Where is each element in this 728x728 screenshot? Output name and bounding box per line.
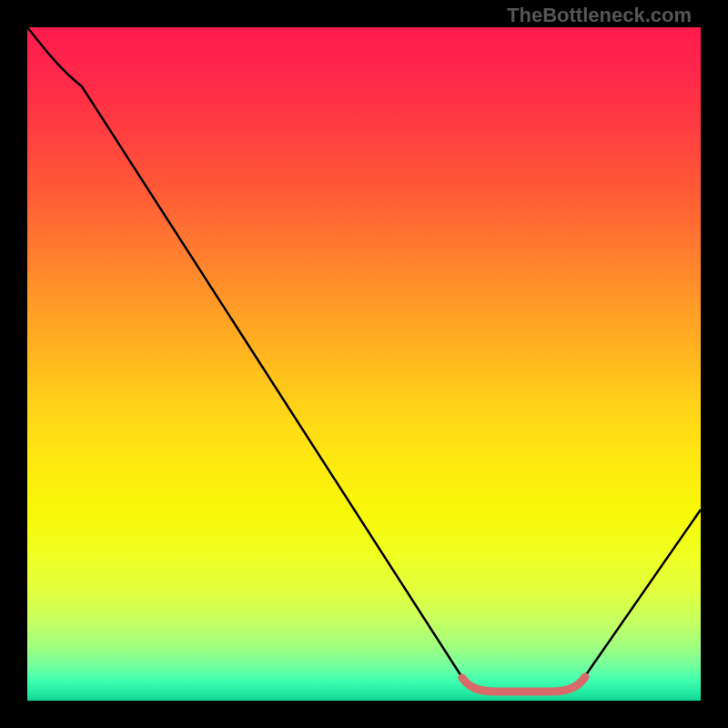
chart-container [27,27,701,701]
chart-svg [27,27,701,701]
watermark-text: TheBottleneck.com [507,4,692,27]
optimal-band-marker [462,677,585,692]
bottleneck-curve-path [27,27,701,692]
